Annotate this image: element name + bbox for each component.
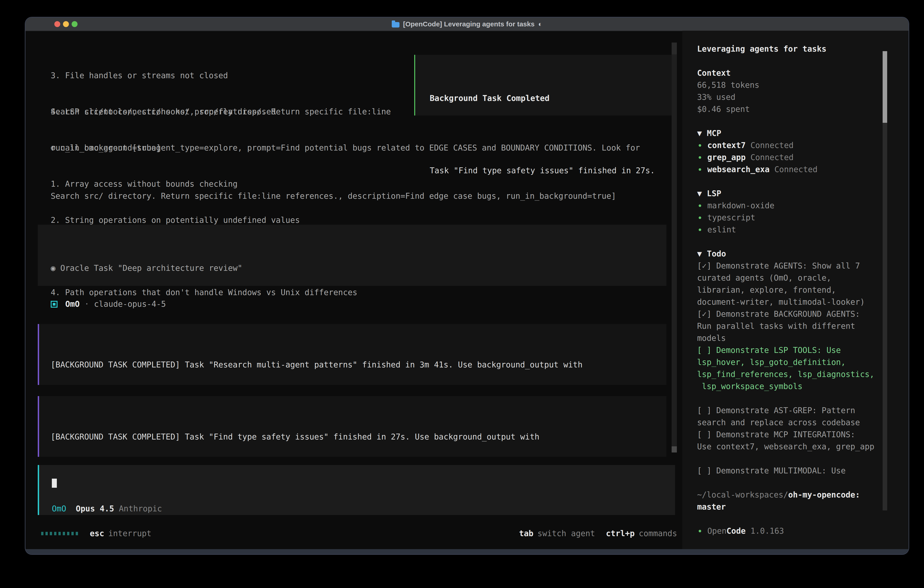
chevron-down-icon: ▼ [697, 129, 702, 138]
todo-item-pending: [ ] Demonstrate MCP INTEGRATIONS: [697, 429, 909, 441]
main-scrollbar-thumb[interactable] [672, 446, 677, 453]
task-result-line: [BACKGROUND TASK COMPLETED] Task "Resear… [51, 359, 667, 371]
spinner-dots-icon [41, 532, 78, 535]
prompt-meta: OmO Opus 4.5 Anthropic [52, 503, 162, 515]
window-title: [OpenCode] Leveraging agents for tasks [403, 20, 535, 28]
todo-item-line: curated agents (OmO, oracle, [697, 272, 909, 284]
status-dot-icon [699, 530, 701, 532]
mcp-section-heading[interactable]: ▼MCP [697, 127, 909, 139]
session-title: Leveraging agents for tasks [697, 43, 909, 55]
window-bottom-strip [25, 549, 909, 554]
scrollback-line: 3. File handles or streams not closed [51, 69, 276, 82]
esc-key-hint: esc [90, 527, 104, 540]
esc-key-label: interrupt [108, 527, 152, 540]
toast-title: Background Task Completed [430, 92, 672, 104]
status-dot-icon [699, 156, 701, 159]
todo-item-line: Use context7, websearch_exa, grep_app [697, 441, 909, 453]
chevron-down-icon: ▼ [697, 189, 702, 198]
context-heading: Context [697, 67, 909, 79]
ctrlp-key-hint: ctrl+p [606, 527, 635, 540]
status-dot-icon [699, 144, 701, 147]
prompt-provider: Anthropic [119, 503, 162, 515]
context-tokens: 66,518 tokens [697, 79, 909, 91]
task-result-block: [BACKGROUND TASK COMPLETED] Task "Find t… [38, 396, 667, 457]
oracle-task-panel: ◉ Oracle Task "Deep architecture review"… [38, 225, 667, 286]
todo-item-done: [✓] Demonstrate BACKGROUND AGENTS: [697, 308, 909, 320]
main-scrollbar-top-segment [672, 43, 677, 55]
opencode-window: [OpenCode] Leveraging agents for tasks ◐… [25, 18, 909, 554]
background-task-toast: Background Task Completed Task "Find typ… [414, 55, 673, 116]
toast-body: Task "Find type safety issues" finished … [430, 165, 672, 177]
tab-key-label: switch agent [538, 527, 595, 540]
context-spent: $0.46 spent [697, 103, 909, 115]
context-used: 33% used [697, 91, 909, 103]
todo-section-heading[interactable]: ▼Todo [697, 248, 909, 260]
sidebar-scrollbar[interactable] [883, 51, 887, 510]
omo-agent-icon [51, 301, 58, 308]
fisheye-icon: ◉ [51, 264, 56, 273]
close-button[interactable] [54, 21, 60, 27]
todo-item-line: search and replace across codebase [697, 416, 909, 429]
todo-item-line: lsp_find_references, lsp_diagnostics, [697, 368, 909, 380]
task-result-line: [BACKGROUND TASK COMPLETED] Task "Find t… [51, 431, 667, 443]
sidebar-scrollbar-thumb[interactable] [883, 51, 887, 123]
status-dot-icon [699, 228, 701, 231]
lsp-item: eslint [697, 224, 909, 236]
todo-item-active: [ ] Demonstrate LSP TOOLS: Use [697, 344, 909, 356]
zoom-button[interactable] [72, 21, 78, 27]
todo-item-pending: [ ] Demonstrate AST-GREP: Pattern [697, 405, 909, 416]
todo-item-line: Run parallel tasks with different [697, 320, 909, 332]
text-cursor [52, 479, 57, 488]
lsp-item: typescript [697, 212, 909, 224]
oracle-task-title: ◉ Oracle Task "Deep architecture review" [51, 262, 667, 274]
task-result-block: [BACKGROUND TASK COMPLETED] Task "Resear… [38, 324, 667, 385]
todo-item-line: models [697, 332, 909, 344]
workspace-path: ~/local-workspaces/oh-my-opencode: [697, 489, 909, 501]
status-dot-icon [699, 168, 701, 171]
todo-item-line: lsp_hover, lsp_goto_definition, [697, 356, 909, 368]
status-bar: esc interrupt tab switch agent ctrl+p co… [41, 527, 677, 540]
folder-icon [392, 22, 399, 28]
prompt-input[interactable]: OmO Opus 4.5 Anthropic [38, 465, 675, 515]
ctrlp-key-label: commands [639, 527, 677, 540]
desktop: [OpenCode] Leveraging agents for tasks ◐… [0, 0, 924, 588]
workspace-branch: master [697, 501, 909, 513]
agent-name: OmO [65, 299, 79, 309]
status-right: tab switch agent ctrl+p commands [519, 527, 677, 540]
todo-item-line: librarian, explore, frontend, [697, 284, 909, 296]
prompt-model: Opus 4.5 [76, 503, 114, 515]
agent-header-row: OmO · claude-opus-4-5 [51, 298, 166, 310]
lsp-section-heading[interactable]: ▼LSP [697, 188, 909, 200]
titlebar: [OpenCode] Leveraging agents for tasks ◐ [25, 18, 909, 31]
mcp-item: websearch_exa Connected [697, 164, 909, 175]
todo-item-pending: [ ] Demonstrate MULTIMODAL: Use [697, 465, 909, 477]
gear-icon: ⚙ [51, 143, 56, 152]
todo-item-line: document-writer, multimodal-looker) [697, 296, 909, 308]
agent-model: claude-opus-4-5 [94, 299, 166, 309]
version-row: OpenCode 1.0.163 [697, 525, 909, 537]
agent-name-model: OmO · claude-opus-4-5 [65, 298, 166, 310]
chevron-down-icon: ▼ [697, 249, 702, 258]
status-left: esc interrupt [41, 527, 152, 540]
status-dot-icon [699, 205, 701, 207]
scrollback-line: Search src/tools/, src/hooks/, src/featu… [51, 106, 391, 118]
status-dot-icon [699, 216, 701, 219]
session-busy-icon: ◐ [538, 20, 542, 28]
todo-item-done: [✓] Demonstrate AGENTS: Show all 7 [697, 260, 909, 272]
sidebar: Leveraging agents for tasks Context 66,5… [682, 31, 909, 549]
todo-item-line: lsp_workspace_symbols [697, 380, 909, 393]
minimize-button[interactable] [63, 21, 69, 27]
mcp-item: grep_app Connected [697, 152, 909, 164]
main-scrollbar[interactable] [672, 43, 677, 453]
mcp-item: context7 Connected [697, 139, 909, 152]
prompt-agent: OmO [52, 503, 66, 515]
lsp-item: markdown-oxide [697, 200, 909, 212]
tab-key-hint: tab [519, 527, 533, 540]
